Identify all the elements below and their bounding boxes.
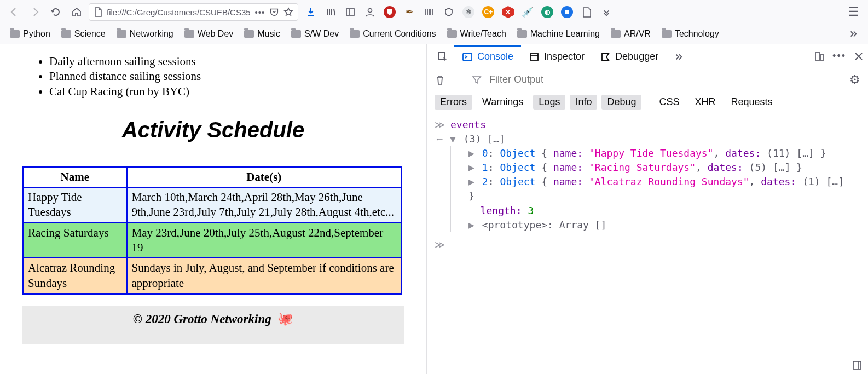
cat-info[interactable]: Info xyxy=(570,95,597,110)
tab-inspector[interactable]: Inspector xyxy=(521,45,592,67)
sidebar-icon[interactable] xyxy=(344,6,356,18)
input-chevron-icon: ≫ xyxy=(435,118,445,132)
console-settings-button[interactable]: ⚙ xyxy=(849,73,860,87)
bookmark-folder[interactable]: Technology xyxy=(657,27,724,41)
bookmark-folder[interactable]: Python xyxy=(5,27,55,41)
ext-icon-4[interactable]: ⚛ xyxy=(462,6,474,18)
cat-css[interactable]: CSS xyxy=(653,95,685,110)
eyedropper-icon[interactable]: 💉 xyxy=(522,6,534,18)
ublock-icon[interactable] xyxy=(384,6,396,18)
ext-icon-9[interactable] xyxy=(581,6,593,18)
ext-icon-2[interactable] xyxy=(423,6,435,18)
pick-element-button[interactable] xyxy=(431,45,454,67)
document-icon xyxy=(94,7,102,17)
forward-button[interactable] xyxy=(26,3,44,21)
output-arrow-icon: ← xyxy=(435,132,444,146)
page-actions-icon[interactable]: ••• xyxy=(255,8,265,17)
cell-dates: May 23rd,June 20th,July 25th,August 22nd… xyxy=(127,223,402,258)
twisty-closed-icon[interactable]: ▶ xyxy=(468,175,476,189)
folder-icon xyxy=(244,30,254,38)
bookmark-label: Technology xyxy=(675,29,719,39)
twisty-closed-icon[interactable]: ▶ xyxy=(468,218,476,232)
tab-label: Inspector xyxy=(544,51,585,62)
back-button[interactable] xyxy=(5,3,23,21)
downloads-icon[interactable] xyxy=(305,6,317,18)
account-icon[interactable] xyxy=(364,6,376,18)
object-keyword: Object xyxy=(500,147,535,159)
list-item: Cal Cup Racing (run by BYC) xyxy=(49,84,404,99)
ext-icon-1[interactable]: ✒ xyxy=(403,6,415,18)
cat-logs[interactable]: Logs xyxy=(533,95,565,110)
arrow-right-icon xyxy=(30,7,40,18)
twisty-closed-icon[interactable]: ▶ xyxy=(468,146,476,160)
ext-icon-8[interactable] xyxy=(561,6,573,18)
cat-warnings[interactable]: Warnings xyxy=(477,95,529,110)
console-command: events xyxy=(450,118,486,132)
bookmark-folder[interactable]: AR/VR xyxy=(606,27,655,41)
bookmark-folder[interactable]: Science xyxy=(57,27,110,41)
bookmark-folder[interactable]: Write/Teach xyxy=(443,27,511,41)
ext-icon-6[interactable] xyxy=(502,6,514,18)
bookmark-label: Music xyxy=(257,29,280,39)
bookmark-label: Web Dev xyxy=(198,29,234,39)
reload-button[interactable] xyxy=(47,3,65,21)
responsive-mode-icon[interactable] xyxy=(814,51,825,62)
cat-errors[interactable]: Errors xyxy=(435,95,472,110)
array-item[interactable]: ▶ 1: Object { name: "Racing Saturdays", … xyxy=(459,160,856,175)
length-label: length: xyxy=(481,205,522,216)
tab-debugger[interactable]: Debugger xyxy=(592,45,666,67)
debugger-icon xyxy=(600,51,611,62)
ext-icon-3[interactable] xyxy=(443,6,455,18)
console-input-echo: ≫ events xyxy=(435,118,860,132)
clear-console-button[interactable] xyxy=(435,74,445,86)
home-icon xyxy=(71,7,82,18)
console-output[interactable]: ≫ events ← ▼ (3) […] ▶ 0: Object xyxy=(427,113,868,356)
array-item[interactable]: ▶ 2: Object { name: "Alcatraz Rounding S… xyxy=(459,175,856,189)
bookmark-folder[interactable]: Machine Learning xyxy=(513,27,604,41)
tabs-overflow[interactable] xyxy=(666,47,691,66)
split-console-icon[interactable] xyxy=(852,360,863,371)
page-viewport[interactable]: Daily afternoon sailing sessions Planned… xyxy=(0,44,427,374)
home-button[interactable] xyxy=(68,3,85,21)
svg-rect-3 xyxy=(565,10,569,14)
folder-icon xyxy=(10,30,20,38)
bookmark-star-icon[interactable] xyxy=(283,7,293,17)
bookmarks-overflow[interactable] xyxy=(844,27,863,41)
tab-console[interactable]: Console xyxy=(454,45,521,67)
bookmark-label: Current Conditions xyxy=(363,29,436,39)
twisty-open-icon[interactable]: ▼ xyxy=(450,132,458,146)
dates-count: (11) xyxy=(767,147,790,159)
ext-icon-7[interactable]: ◐ xyxy=(541,6,553,18)
library-icon[interactable] xyxy=(325,6,337,18)
pocket-icon[interactable] xyxy=(269,7,279,17)
bookmark-folder[interactable]: Current Conditions xyxy=(345,27,440,41)
browser-chrome: file:///C:/Greg/Customers/CSUEB/CS35 •••… xyxy=(0,0,868,44)
more-ellipsis: […] xyxy=(773,162,791,173)
table-row: Happy Tide Tuesdays March 10th,March 24t… xyxy=(23,187,402,223)
cat-debug[interactable]: Debug xyxy=(601,95,641,110)
ext-icon-5[interactable]: C+ xyxy=(482,6,494,18)
kebab-menu-icon[interactable]: ••• xyxy=(832,50,846,62)
twisty-closed-icon[interactable]: ▶ xyxy=(468,160,476,175)
url-bar[interactable]: file:///C:/Greg/Customers/CSUEB/CS35 ••• xyxy=(89,3,298,21)
cat-requests[interactable]: Requests xyxy=(726,95,778,110)
array-item[interactable]: ▶ 0: Object { name: "Happy Tide Tuesdays… xyxy=(459,146,856,160)
prop-name-key: name: xyxy=(553,147,583,159)
filter-output-input[interactable] xyxy=(489,74,842,85)
prop-dates-key: dates: xyxy=(761,176,796,187)
folder-icon xyxy=(61,30,71,38)
bookmark-folder[interactable]: Web Dev xyxy=(180,27,238,41)
toolbar-overflow-icon[interactable] xyxy=(600,6,612,18)
array-summary[interactable]: ▼ (3) […] xyxy=(450,132,856,146)
prototype-prop[interactable]: ▶ <prototype>: Array [] xyxy=(459,218,856,232)
bookmark-folder[interactable]: Networking xyxy=(112,27,178,41)
cell-name: Happy Tide Tuesdays xyxy=(23,187,127,223)
bookmark-folder[interactable]: Music xyxy=(240,27,285,41)
app-menu-button[interactable]: ☰ xyxy=(845,5,863,19)
bookmark-folder[interactable]: S/W Dev xyxy=(287,27,343,41)
element-picker-icon xyxy=(437,51,449,63)
array-ellipsis: […] xyxy=(487,133,505,145)
close-devtools-button[interactable] xyxy=(854,51,864,61)
cat-xhr[interactable]: XHR xyxy=(690,95,721,110)
console-prompt[interactable]: ≫ xyxy=(435,232,860,252)
